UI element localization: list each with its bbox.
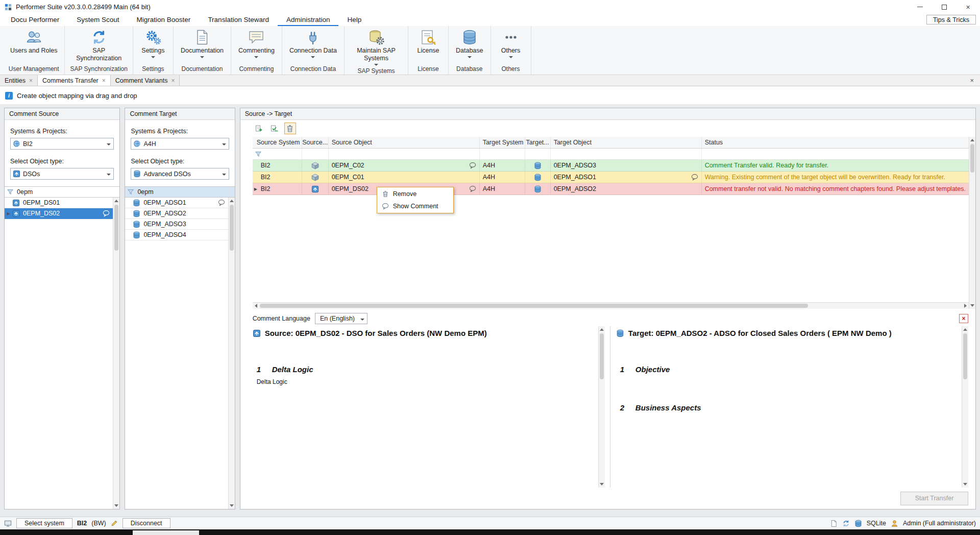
tab-close-icon[interactable]: ×	[29, 77, 33, 84]
scroll-down-button[interactable]	[969, 302, 976, 309]
column-header-status[interactable]: Status	[702, 137, 969, 148]
scroll-up-button[interactable]	[113, 198, 120, 204]
vertical-scrollbar[interactable]	[962, 326, 968, 488]
pencil-icon[interactable]	[111, 520, 118, 527]
comment-language-dropdown[interactable]: En (English)	[315, 313, 368, 324]
close-document-button[interactable]: ×	[964, 75, 980, 86]
comment-bubble-icon	[382, 203, 389, 210]
comment-bubble-icon	[103, 210, 110, 217]
settings-button[interactable]: Settings	[138, 29, 168, 64]
trash-icon	[382, 190, 389, 198]
menu-tab-translation-steward[interactable]: Translation Steward	[199, 14, 278, 26]
tips-tricks-button[interactable]: Tips & Tricks	[926, 15, 976, 25]
maximize-button[interactable]	[932, 0, 956, 14]
source-object-type-dropdown[interactable]: DSOs	[10, 168, 114, 180]
users-and-roles-button[interactable]: Users and Roles	[8, 29, 59, 64]
mapping-row-warning[interactable]: BI2 0EPM_C01 A4H 0EPM_ADSO1 Warning. Exi…	[253, 172, 969, 183]
documentation-button[interactable]: Documentation	[179, 29, 226, 64]
tab-entities[interactable]: Entities ×	[0, 75, 38, 86]
disconnect-button[interactable]: Disconnect	[122, 518, 170, 528]
scrollbar-track[interactable]	[229, 204, 235, 502]
scroll-down-button[interactable]	[113, 502, 120, 509]
vertical-scrollbar[interactable]	[228, 198, 235, 509]
scrollbar-track[interactable]	[259, 303, 962, 309]
sync-icon	[91, 29, 107, 45]
tab-close-icon[interactable]: ×	[171, 77, 175, 84]
connection-data-button[interactable]: Connection Data	[287, 29, 339, 64]
target-filter-row[interactable]: 0epm	[125, 187, 234, 198]
refresh-icon[interactable]	[842, 520, 850, 527]
target-object-type-dropdown[interactable]: Advanced DSOs	[131, 168, 229, 180]
scroll-up-button[interactable]	[969, 137, 976, 143]
scrollbar-track[interactable]	[969, 143, 975, 302]
systems-projects-label: Systems & Projects:	[10, 128, 114, 135]
scroll-down-button[interactable]	[598, 481, 605, 488]
map-objects-button[interactable]	[254, 123, 265, 134]
scroll-left-button[interactable]	[253, 303, 259, 309]
log-page-icon[interactable]	[830, 520, 838, 527]
tab-comment-variants[interactable]: Comment Variants ×	[111, 75, 180, 86]
context-menu-item-remove[interactable]: Remove	[378, 188, 453, 200]
start-transfer-button[interactable]: Start Transfer	[900, 492, 968, 505]
menu-tab-migration-booster[interactable]: Migration Booster	[128, 14, 200, 26]
column-header-target-object[interactable]: Target Object	[551, 137, 702, 148]
minimize-icon	[917, 7, 923, 7]
source-filter-row[interactable]: 0epm	[5, 187, 119, 198]
license-button[interactable]: License	[413, 29, 443, 64]
menu-tab-docu-performer[interactable]: Docu Performer	[2, 14, 68, 26]
remove-mapping-button[interactable]	[284, 123, 296, 134]
grid-empty-area	[253, 195, 969, 302]
scroll-up-button[interactable]	[228, 198, 235, 204]
column-header-target-type[interactable]: Target...	[525, 137, 551, 148]
scroll-down-button[interactable]	[228, 502, 235, 509]
column-header-source-object[interactable]: Source Object	[329, 137, 480, 148]
grid-filter-row[interactable]	[253, 149, 969, 160]
scrollbar-track[interactable]	[962, 333, 968, 481]
column-header-target-system[interactable]: Target System	[480, 137, 525, 148]
list-item[interactable]: 0EPM_ADSO4	[125, 230, 228, 240]
close-button[interactable]: ×	[956, 0, 980, 14]
vertical-scrollbar[interactable]	[113, 198, 119, 509]
list-item[interactable]: 0EPM_ADSO1	[125, 198, 228, 208]
context-menu-item-show-comment[interactable]: Show Comment	[378, 200, 453, 212]
sap-synchronization-button[interactable]: SAP Synchronization	[72, 29, 126, 64]
menu-tab-administration[interactable]: Administration	[278, 14, 339, 26]
map-check-icon	[271, 125, 279, 133]
maintain-sap-systems-button[interactable]: Maintain SAP Systems	[350, 29, 403, 66]
menu-tab-system-scout[interactable]: System Scout	[68, 14, 128, 26]
vertical-scrollbar[interactable]	[969, 137, 975, 309]
scroll-up-button[interactable]	[962, 326, 969, 333]
mapping-row-valid[interactable]: BI2 0EPM_C02 A4H 0EPM_ADSO3 Comment Tran…	[253, 160, 969, 172]
list-item[interactable]: 0EPM_ADSO2	[125, 208, 228, 219]
source-system-dropdown[interactable]: BI2	[10, 138, 114, 150]
scroll-up-button[interactable]	[598, 326, 605, 333]
database-button[interactable]: Database	[454, 29, 485, 64]
expand-arrow-icon[interactable]: ▶	[5, 211, 12, 216]
list-item[interactable]: 0EPM_ADSO3	[125, 219, 228, 230]
list-item[interactable]: 0EPM_DS01	[5, 198, 113, 208]
close-comment-preview-button[interactable]: ×	[959, 314, 968, 323]
database-icon	[534, 174, 542, 181]
database-icon	[133, 231, 140, 239]
others-button[interactable]: Others	[496, 29, 526, 64]
tab-comments-transfer[interactable]: Comments Transfer ×	[38, 75, 111, 86]
map-all-button[interactable]	[269, 123, 281, 134]
column-header-source-system[interactable]: Source System	[253, 137, 302, 148]
commenting-button[interactable]: Commenting	[236, 29, 277, 64]
select-system-button[interactable]: Select system	[16, 518, 72, 528]
tab-close-icon[interactable]: ×	[102, 77, 106, 84]
list-item-selected[interactable]: ▶ 0EPM_DS02	[5, 208, 113, 219]
scroll-right-button[interactable]	[962, 303, 969, 309]
ribbon-group-sap-synchronization: SAP Synchronization SAP Synchronization	[65, 26, 133, 75]
scroll-down-button[interactable]	[962, 481, 969, 488]
vertical-scrollbar[interactable]	[598, 326, 605, 488]
mapping-row-error[interactable]: ▶BI2 0EPM_DS02 A4H 0EPM_ADSO2 Comment tr…	[253, 183, 969, 195]
scrollbar-track[interactable]	[599, 333, 605, 481]
menu-tab-help[interactable]: Help	[338, 14, 370, 26]
target-system-dropdown[interactable]: A4H	[131, 138, 229, 150]
scrollbar-track[interactable]	[113, 204, 119, 502]
minimize-button[interactable]	[908, 0, 932, 14]
horizontal-scrollbar[interactable]	[253, 302, 969, 309]
column-header-source-type[interactable]: Source...	[302, 137, 329, 148]
titlebar: Performer Suite v20.3.0.0.28499 Main (64…	[0, 0, 980, 14]
